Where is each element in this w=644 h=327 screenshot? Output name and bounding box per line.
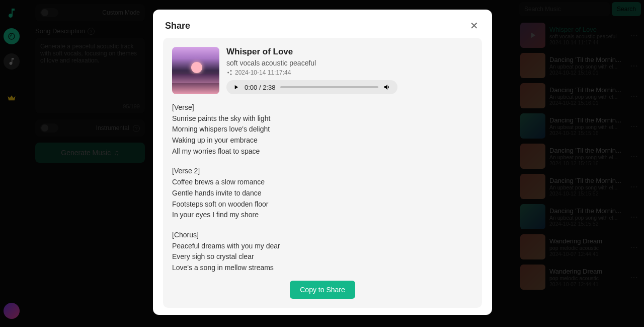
audio-time: 0:00 / 2:38 — [245, 84, 275, 91]
modal-title: Share — [165, 21, 190, 31]
share-modal: Share ✕ Whisper of Love soft vocals acou… — [153, 10, 492, 315]
lyrics-section: [Verse] Sunrise paints the sky with ligh… — [172, 102, 468, 157]
audio-player: 0:00 / 2:38 — [226, 80, 397, 94]
audio-progress[interactable] — [280, 86, 378, 88]
play-icon[interactable] — [232, 84, 239, 91]
lyrics-content[interactable]: [Verse] Sunrise paints the sky with ligh… — [172, 102, 473, 275]
song-description: soft vocals acoustic peaceful — [226, 59, 473, 67]
share-icon — [226, 70, 232, 76]
song-artwork — [172, 47, 219, 94]
lyrics-section: [Chorus] Peaceful dreams with you my dea… — [172, 230, 468, 275]
close-icon[interactable]: ✕ — [468, 20, 480, 32]
song-date: 2024-10-14 11:17:44 — [226, 69, 473, 76]
volume-icon[interactable] — [383, 83, 391, 91]
song-title: Whisper of Love — [226, 47, 473, 57]
lyrics-section: [Verse 2] Coffee brews a slow romance Ge… — [172, 166, 468, 220]
copy-to-share-button[interactable]: Copy to Share — [290, 281, 355, 299]
